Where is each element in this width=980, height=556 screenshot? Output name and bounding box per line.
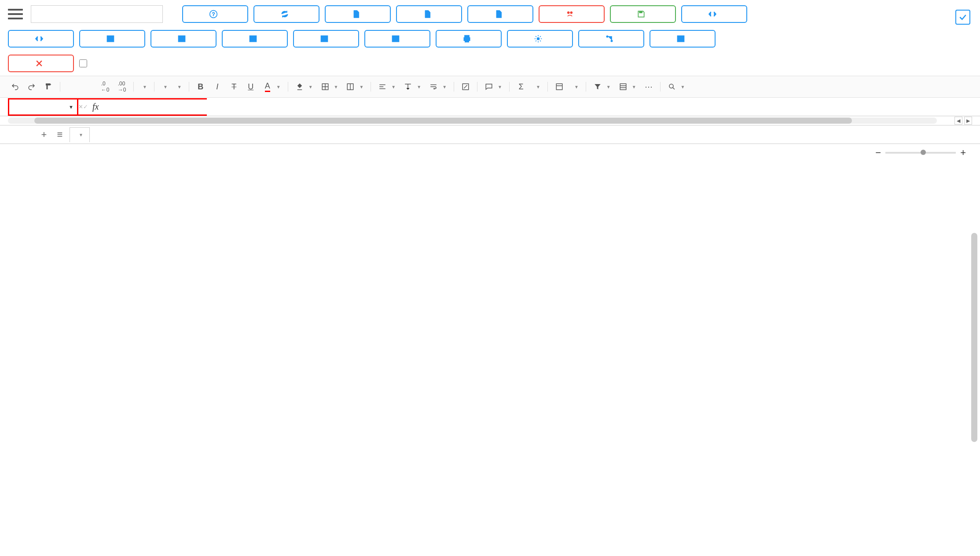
table-style-dropdown-icon[interactable]: ▼ [632,85,639,89]
h-scrollbar-thumb[interactable] [34,118,852,124]
percent-icon[interactable] [81,80,95,94]
sheet-tab-dropdown-icon[interactable]: ▼ [79,133,83,137]
process-def-button[interactable] [222,30,288,48]
v-align-icon[interactable] [401,80,415,94]
print-button[interactable] [436,30,502,48]
new-design-button[interactable] [325,5,391,23]
comment-dropdown-icon[interactable]: ▼ [498,85,505,89]
v-align-dropdown-icon[interactable]: ▼ [417,85,424,89]
borders-dropdown-icon[interactable]: ▼ [334,85,341,89]
formula-input[interactable] [103,99,220,114]
svg-rect-7 [179,36,185,41]
borders-icon[interactable] [318,80,332,94]
scroll-left-icon[interactable]: ◀ [954,117,962,125]
detail-data-def-checkbox-wrap[interactable] [79,59,91,67]
svg-rect-39 [556,84,562,90]
fill-color-icon[interactable] [293,80,307,94]
svg-point-3 [570,11,573,14]
detail-data-def-checkbox[interactable] [79,59,87,67]
svg-point-18 [537,38,540,40]
sum-dropdown-icon[interactable]: ▼ [536,85,543,89]
import-design-button[interactable] [396,5,462,23]
cell-reference-box[interactable]: ▼ [8,98,78,116]
formula-cancel-icon[interactable]: ✕ [78,99,83,115]
design-check-button[interactable] [539,5,605,23]
formatting-toolbar: .0←0 .00→0 ▼ ▼ ▼ B I T U A ▼ ▼ ▼ ▼ ▼ ▼ ▼… [0,76,980,98]
currency-icon[interactable] [65,80,79,94]
filter-dropdown-icon[interactable]: ▼ [606,85,613,89]
code-output-button[interactable] [8,30,74,48]
table-style-icon[interactable] [616,80,630,94]
decrease-decimal-icon[interactable]: .0←0 [98,80,112,94]
cell-ref-dropdown-icon[interactable]: ▼ [69,104,73,110]
number-format-select[interactable]: ▼ [138,85,150,89]
svg-point-2 [567,11,569,14]
search-icon[interactable] [665,80,679,94]
redo-icon[interactable] [25,80,39,94]
new-table-button[interactable] [650,30,716,48]
formula-accept-icon[interactable]: ✓ [83,99,88,115]
wrap-text-icon[interactable] [426,80,440,94]
undo-icon[interactable] [8,80,22,94]
format-painter-icon[interactable] [41,80,55,94]
comment-icon[interactable] [482,80,496,94]
v-scrollbar-thumb[interactable] [971,233,977,442]
freeze-dropdown-icon[interactable]: ▼ [574,85,581,89]
svg-line-38 [464,85,467,88]
sum-icon[interactable]: Σ [514,80,528,94]
close-button[interactable] [8,55,74,72]
text-rotation-icon[interactable] [459,80,473,94]
svg-rect-13 [393,36,399,41]
zoom-out-icon[interactable]: − [875,147,881,158]
data-mapping-button[interactable] [578,30,644,48]
zoom-slider[interactable] [885,152,956,154]
svg-point-19 [606,36,608,37]
svg-point-20 [611,40,612,41]
refresh-button[interactable] [253,5,319,23]
increase-decimal-icon[interactable]: .00→0 [115,80,129,94]
bold-icon[interactable]: B [194,80,208,94]
wrap-dropdown-icon[interactable]: ▼ [442,85,449,89]
save-button[interactable] [610,5,676,23]
download-button[interactable] [467,5,533,23]
workflow-button[interactable] [364,30,430,48]
svg-rect-5 [107,36,114,41]
smart-view-button[interactable] [79,30,145,48]
font-name-select[interactable]: ▼ [159,85,170,89]
h-align-dropdown-icon[interactable]: ▼ [391,85,398,89]
generate-button[interactable] [681,5,747,23]
scroll-right-icon[interactable]: ▶ [964,117,972,125]
svg-rect-21 [678,36,684,41]
italic-icon[interactable]: I [210,80,224,94]
fill-color-dropdown-icon[interactable]: ▼ [308,85,316,89]
sheet-list-icon[interactable]: ≡ [54,129,66,141]
h-scrollbar[interactable] [8,118,937,124]
strikethrough-icon[interactable]: T [227,80,241,94]
formula-bar: ▼ ✕ ✓ fx [0,98,980,116]
merge-cells-icon[interactable] [343,80,357,94]
fx-icon[interactable]: fx [88,102,103,112]
task-check-badge[interactable] [955,10,970,25]
h-align-icon[interactable] [375,80,389,94]
svg-rect-41 [620,84,626,90]
data-build-button[interactable] [150,30,217,48]
add-sheet-icon[interactable]: + [38,129,50,141]
freeze-icon[interactable] [552,80,566,94]
function-name-input[interactable] [31,5,163,23]
font-color-dropdown-icon[interactable]: ▼ [276,85,283,89]
svg-rect-11 [321,36,328,41]
filter-icon[interactable] [591,80,605,94]
more-icon[interactable]: ⋯ [642,80,656,94]
search-dropdown-icon[interactable]: ▼ [681,85,688,89]
zoom-in-icon[interactable]: + [960,147,966,158]
sheet-tab[interactable]: ▼ [70,127,90,142]
hamburger-menu-icon[interactable] [8,7,26,21]
help-button[interactable]: ? [182,5,248,23]
merge-dropdown-icon[interactable]: ▼ [359,85,366,89]
underline-icon[interactable]: U [244,80,258,94]
font-color-icon[interactable]: A [261,80,275,94]
batch-def-button[interactable] [293,30,359,48]
font-size-select[interactable]: ▼ [173,85,184,89]
attr-def-button[interactable] [507,30,573,48]
v-scrollbar[interactable] [971,163,977,512]
